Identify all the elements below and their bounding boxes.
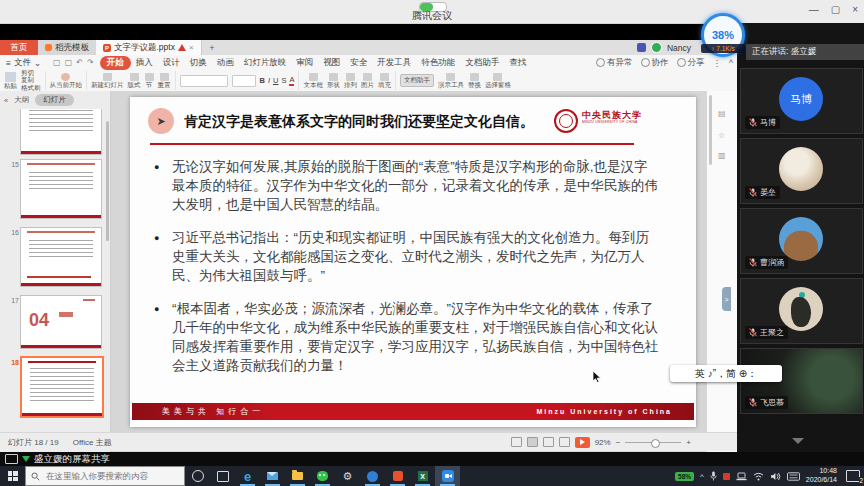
close-tab-icon[interactable]: × bbox=[189, 43, 194, 52]
panel-scrollbar[interactable] bbox=[106, 121, 109, 241]
settings-button[interactable]: ⚙ bbox=[335, 466, 360, 486]
copy-button[interactable]: 复制 bbox=[21, 77, 41, 84]
wechat-button[interactable] bbox=[310, 466, 335, 486]
section-button[interactable]: 节 bbox=[145, 73, 154, 89]
tab-home[interactable]: 开始 bbox=[100, 56, 131, 70]
maximize-button[interactable]: ▢ bbox=[831, 4, 840, 15]
tab-doc-assistant[interactable]: 文档助手 bbox=[460, 57, 504, 69]
participant-tile[interactable]: 马博 马博 bbox=[740, 68, 863, 134]
replace-button[interactable]: 替换 bbox=[468, 73, 481, 89]
tab-animation[interactable]: 动画 bbox=[212, 57, 239, 69]
tray-expand-icon[interactable]: ^ bbox=[700, 472, 704, 481]
search-input[interactable] bbox=[44, 470, 178, 482]
redo-icon[interactable]: ↷ bbox=[87, 58, 94, 67]
more-menu-icon[interactable]: ⋮ bbox=[709, 58, 726, 68]
tab-review[interactable]: 审阅 bbox=[291, 57, 318, 69]
participant-tile[interactable]: 晏垒 bbox=[740, 138, 863, 204]
edge-button[interactable]: e bbox=[235, 466, 260, 486]
picture-button[interactable]: 图片 bbox=[361, 73, 374, 89]
zoom-slider[interactable] bbox=[625, 442, 681, 443]
play-from-current-button[interactable]: 从当前开始 bbox=[50, 73, 83, 89]
present-tools-button[interactable]: 演示工具 bbox=[438, 73, 464, 89]
mail-button[interactable] bbox=[260, 466, 285, 486]
cooperate-button[interactable]: 协作 bbox=[637, 57, 673, 69]
font-size-select[interactable] bbox=[232, 75, 256, 87]
task-view-button[interactable] bbox=[210, 466, 235, 486]
file-menu[interactable]: ≡ 文件 ⌄ bbox=[0, 57, 47, 69]
zoom-in-icon[interactable]: + bbox=[686, 438, 691, 447]
reading-view-icon[interactable] bbox=[559, 437, 570, 447]
start-button[interactable] bbox=[0, 466, 25, 486]
tab-design[interactable]: 设计 bbox=[158, 57, 185, 69]
thumbnail-partial[interactable] bbox=[20, 109, 102, 155]
notes-view-icon[interactable] bbox=[511, 437, 522, 447]
save-icon[interactable]: ▢ bbox=[53, 58, 61, 67]
wps-docer-tab[interactable]: 稻壳模板 bbox=[38, 40, 96, 55]
excel-button[interactable]: X bbox=[410, 466, 435, 486]
arrange-button[interactable]: 排列 bbox=[344, 73, 357, 89]
keyboard-ime-icon[interactable] bbox=[787, 472, 800, 481]
thumbnail-17[interactable]: 04 bbox=[20, 295, 102, 349]
select-pane-button[interactable]: 选择窗格 bbox=[485, 73, 511, 89]
normal-view-icon[interactable] bbox=[527, 437, 538, 447]
zoom-out-icon[interactable]: − bbox=[616, 438, 621, 447]
speaker-icon[interactable] bbox=[770, 472, 781, 481]
document-tab[interactable]: P 文字学议题.pptx × bbox=[96, 40, 202, 55]
wifi-icon[interactable] bbox=[753, 472, 764, 481]
print-icon[interactable]: ▢ bbox=[65, 58, 73, 67]
tab-transition[interactable]: 切换 bbox=[185, 57, 212, 69]
close-button[interactable]: × bbox=[852, 4, 858, 15]
tab-view[interactable]: 视图 bbox=[318, 57, 345, 69]
zoom-level[interactable]: 92% bbox=[595, 438, 611, 447]
tencent-meeting-button[interactable] bbox=[435, 466, 460, 486]
workspace-icon[interactable] bbox=[637, 43, 646, 52]
fill-button[interactable]: 填充 bbox=[378, 73, 391, 89]
battery-indicator[interactable]: 58% bbox=[675, 472, 694, 481]
collapse-ribbon-icon[interactable]: ^ bbox=[725, 58, 737, 68]
cortana-button[interactable] bbox=[185, 466, 210, 486]
tab-slideshow[interactable]: 幻灯片放映 bbox=[239, 57, 292, 69]
reset-button[interactable]: 重置 bbox=[158, 73, 171, 89]
comment-icon[interactable]: ▥ bbox=[718, 151, 726, 160]
wps-home-tab[interactable]: 首页 bbox=[0, 40, 38, 55]
canvas-scrollbar[interactable] bbox=[709, 95, 712, 165]
sorter-view-icon[interactable] bbox=[543, 437, 554, 447]
participant-tile[interactable]: 王聚之 bbox=[740, 278, 863, 344]
underline-button[interactable]: U bbox=[273, 76, 278, 85]
taskbar-search[interactable] bbox=[25, 466, 185, 486]
scroll-more-icon[interactable] bbox=[792, 438, 804, 444]
tab-devtools[interactable]: 开发工具 bbox=[372, 57, 416, 69]
new-slide-button[interactable]: 新建幻灯片 bbox=[91, 73, 124, 89]
paste-button[interactable]: 粘贴 bbox=[4, 72, 17, 90]
zoom-slider-knob[interactable] bbox=[651, 439, 660, 448]
file-explorer-button[interactable] bbox=[285, 466, 310, 486]
tab-insert[interactable]: 插入 bbox=[131, 57, 158, 69]
participant-tile[interactable]: 曹润涵 bbox=[740, 208, 863, 274]
new-tab-button[interactable]: + bbox=[202, 40, 223, 55]
minimize-button[interactable]: — bbox=[809, 4, 819, 15]
side-tool-icon[interactable]: ▤ bbox=[718, 109, 726, 118]
ime-statusbar[interactable]: 英 ♪”，简 ⊕： bbox=[670, 365, 782, 382]
bold-button[interactable]: B bbox=[260, 76, 265, 85]
sidebar-collapse-handle[interactable]: > bbox=[722, 287, 731, 311]
sync-status[interactable]: 有异常 bbox=[592, 57, 637, 69]
italic-button[interactable]: I bbox=[268, 76, 270, 85]
slides-tab[interactable]: 幻灯片 bbox=[35, 94, 74, 106]
share-button[interactable]: 分享 bbox=[673, 57, 709, 69]
thumbnail-18-current[interactable] bbox=[20, 356, 104, 418]
user-avatar[interactable] bbox=[651, 42, 662, 53]
quick-access-bar[interactable]: ▢ ▢ ↶ ↷ bbox=[47, 58, 100, 67]
mic-tray-icon[interactable] bbox=[710, 471, 717, 481]
font-name-select[interactable] bbox=[180, 75, 228, 87]
outline-tab[interactable]: 大纲 bbox=[14, 95, 29, 105]
layout-button[interactable]: 版式 bbox=[128, 73, 141, 89]
laptop-icon[interactable] bbox=[736, 472, 747, 481]
thumbnail-15[interactable] bbox=[20, 159, 102, 219]
textbox-button[interactable]: 文本框 bbox=[303, 73, 323, 89]
tray-clock[interactable]: 10:48 2020/6/14 bbox=[806, 467, 837, 485]
star-icon[interactable]: ☆ bbox=[718, 131, 725, 140]
font-color-button[interactable]: A bbox=[289, 75, 294, 86]
slide-18[interactable]: ➤ 肯定汉字是表意体系文字的同时我们还要坚定文化自信。 中央民族大学 MINZU… bbox=[130, 97, 696, 427]
office-button[interactable] bbox=[385, 466, 410, 486]
undo-icon[interactable]: ↶ bbox=[76, 58, 83, 67]
